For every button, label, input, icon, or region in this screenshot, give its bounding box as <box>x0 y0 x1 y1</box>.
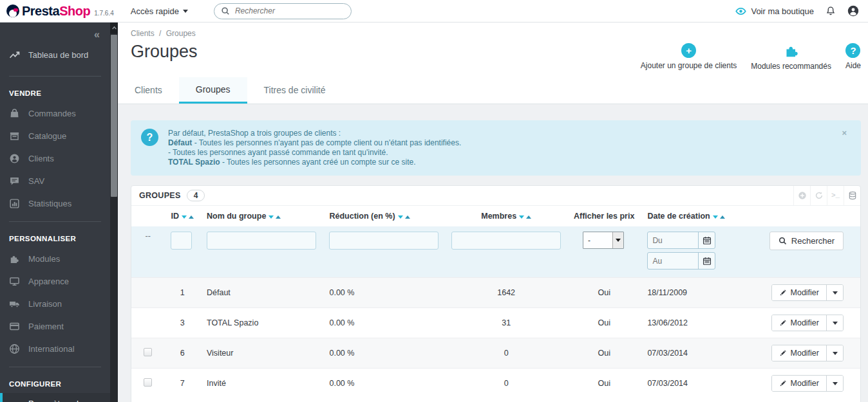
date-from-input[interactable] <box>648 232 698 248</box>
sidebar-scrollbar[interactable] <box>110 23 118 402</box>
calendar-icon[interactable] <box>698 253 715 269</box>
sidebar-item-clients[interactable]: Clients <box>0 147 110 170</box>
sort-icons[interactable] <box>713 212 725 221</box>
sidebar-collapse-icon[interactable]: « <box>94 29 99 40</box>
cell-created: 18/11/2009 <box>641 278 762 308</box>
search-input[interactable] <box>235 6 332 15</box>
sort-icons[interactable] <box>182 212 194 221</box>
sidebar-item-catalogue[interactable]: Catalogue <box>0 125 110 147</box>
modify-button[interactable]: Modifier <box>772 345 826 361</box>
console-icon[interactable]: >_ <box>827 186 844 205</box>
sidebar-item-label: SAV <box>28 176 44 186</box>
sidebar: « Tableau de bord VENDRE Commandes <box>0 23 118 402</box>
row-checkbox[interactable] <box>144 378 152 387</box>
cell-name: TOTAL Spazio <box>200 308 323 338</box>
sidebar-item-international[interactable]: International <box>0 338 110 360</box>
breadcrumb-parent[interactable]: Clients <box>131 29 155 38</box>
divider <box>9 367 101 367</box>
filter-row: -- - <box>131 226 860 278</box>
sort-icons[interactable] <box>269 212 281 221</box>
search-icon <box>221 6 230 15</box>
quick-access-dropdown[interactable]: Accès rapide <box>131 6 188 16</box>
database-icon[interactable] <box>844 186 860 205</box>
cell-created: 07/03/2014 <box>641 369 762 399</box>
table-row[interactable]: 1 Défaut 0.00 % 1642 Oui 18/11/2009 Mo <box>131 278 860 308</box>
scrollbar-up-icon[interactable] <box>110 23 118 33</box>
sort-asc-icon <box>189 215 194 219</box>
table-row[interactable]: 7 Invité 0.00 % 0 Oui 07/03/2014 Modif <box>131 369 860 399</box>
members-filter-input[interactable] <box>451 232 561 250</box>
sidebar-item-dashboard[interactable]: Tableau de bord <box>0 42 110 69</box>
column-id[interactable]: ID <box>164 206 200 226</box>
row-actions-dropdown[interactable] <box>826 285 843 300</box>
truck-icon <box>9 298 20 309</box>
puzzle-icon <box>9 253 20 264</box>
name-filter-input[interactable] <box>207 232 317 250</box>
reduction-filter-input[interactable] <box>329 232 439 250</box>
tab-groupes[interactable]: Groupes <box>179 77 247 104</box>
scrollbar-thumb[interactable] <box>111 35 117 197</box>
modify-button[interactable]: Modifier <box>772 376 826 391</box>
sort-icons[interactable] <box>398 212 410 221</box>
sort-desc-icon <box>398 215 403 219</box>
info-alert: ? Par défaut, PrestaShop a trois groupes… <box>131 120 861 176</box>
row-actions-dropdown[interactable] <box>826 315 843 331</box>
filter-dash: -- <box>131 226 164 278</box>
table-row[interactable]: 3 TOTAL Spazio 0.00 % 31 Oui 13/06/2012 <box>131 308 860 338</box>
global-search[interactable] <box>214 3 352 19</box>
column-reduction[interactable]: Réduction (en %) <box>323 206 445 226</box>
sidebar-section-configurer: CONFIGURER <box>0 374 110 393</box>
alert-line: TOTAL Spazio - Toutes les personnes ayan… <box>168 158 839 167</box>
view-shop-link[interactable]: Voir ma boutique <box>735 6 814 17</box>
cell-id: 1 <box>164 278 200 308</box>
sidebar-item-paiement[interactable]: Paiement <box>0 315 110 338</box>
chevron-down-icon <box>612 232 623 248</box>
sidebar-item-sav[interactable]: SAV <box>0 170 110 192</box>
date-to-input[interactable] <box>648 253 698 269</box>
globe-icon <box>9 343 20 354</box>
shopping-bag-icon <box>9 108 20 119</box>
show-prices-filter-select[interactable]: - <box>583 232 624 249</box>
help-button[interactable]: ? Aide <box>845 43 861 71</box>
column-name[interactable]: Nom du groupe <box>200 206 323 226</box>
refresh-icon[interactable] <box>810 186 827 205</box>
column-members[interactable]: Membres <box>445 206 567 226</box>
sidebar-item-apparence[interactable]: Apparence <box>0 270 110 293</box>
modify-button[interactable]: Modifier <box>772 315 826 331</box>
recommended-modules-button[interactable]: Modules recommandés <box>751 43 831 71</box>
row-actions-dropdown[interactable] <box>826 345 843 361</box>
notifications-bell-icon[interactable] <box>826 6 836 16</box>
quick-access-label: Accès rapide <box>131 6 179 16</box>
modify-button[interactable]: Modifier <box>772 285 826 300</box>
close-icon[interactable]: × <box>842 128 847 138</box>
sidebar-item-modules[interactable]: Modules <box>0 248 110 270</box>
tab-clients[interactable]: Clients <box>118 77 179 104</box>
add-group-button[interactable]: + Ajouter un groupe de clients <box>641 43 737 71</box>
chevron-down-icon <box>833 291 838 295</box>
table-row[interactable]: 6 Visiteur 0.00 % 0 Oui 07/03/2014 Mod <box>131 338 860 369</box>
row-actions-dropdown[interactable] <box>826 376 843 391</box>
cell-name: Défaut <box>200 278 323 308</box>
sidebar-item-statistiques[interactable]: Statistiques <box>0 192 110 215</box>
row-checkbox[interactable] <box>144 348 152 356</box>
prestashop-logo[interactable]: Presta Shop 1.7.6.4 <box>6 4 114 19</box>
breadcrumb: Clients / Groupes <box>118 23 868 38</box>
topbar: Presta Shop 1.7.6.4 Accès rapide Voir ma… <box>0 0 868 23</box>
tab-titres-de-civilite[interactable]: Titres de civilité <box>247 77 343 104</box>
id-filter-input[interactable] <box>171 232 192 250</box>
sidebar-item-commandes[interactable]: Commandes <box>0 102 110 125</box>
cell-show-prices: Oui <box>567 369 641 399</box>
account-avatar-icon[interactable] <box>847 5 859 17</box>
sidebar-item-label: Statistiques <box>28 199 71 208</box>
add-icon[interactable] <box>793 186 810 205</box>
sidebar-item-livraison[interactable]: Livraison <box>0 293 110 315</box>
sidebar-item-parametres-boutique[interactable]: Paramètres de la boutique <box>0 393 110 402</box>
column-show-prices: Afficher les prix <box>567 206 641 226</box>
sort-icons[interactable] <box>519 212 531 221</box>
breadcrumb-separator: / <box>159 29 161 38</box>
sidebar-item-label: Livraison <box>28 299 62 309</box>
column-created[interactable]: Date de création <box>641 206 762 226</box>
filter-search-button[interactable]: Rechercher <box>769 232 844 250</box>
cell-name: Visiteur <box>200 338 323 369</box>
calendar-icon[interactable] <box>698 232 715 248</box>
